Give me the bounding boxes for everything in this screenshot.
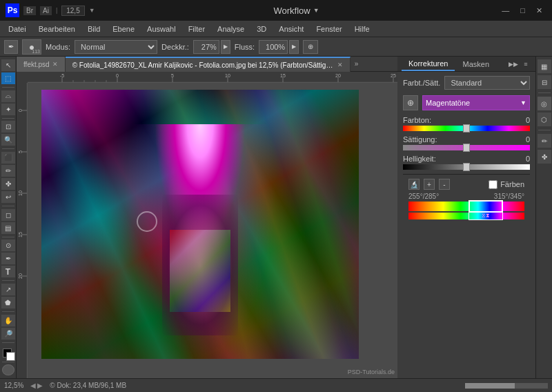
hsl-panel: Farbt./Sätt. Standard ⊕ Magentatöne ▼ — [397, 72, 535, 228]
saettigung-track-container[interactable] — [403, 145, 530, 150]
brush-tool-icon[interactable]: ✒ — [4, 40, 18, 54]
workspace-dropdown[interactable]: Workflow — [273, 6, 319, 16]
helligkeit-thumb[interactable] — [463, 163, 470, 171]
opacity-input-group: ▶ — [193, 40, 230, 54]
prev-arrow[interactable]: ◀ — [30, 382, 36, 389]
toolbar-separator-1 — [2, 87, 14, 88]
crop-tool[interactable]: ⊡ — [1, 121, 15, 133]
farbton-track-container[interactable] — [403, 126, 530, 131]
menu-bearbeiten[interactable]: Bearbeiten — [33, 23, 81, 35]
toolbar-separator-2 — [2, 118, 14, 119]
lasso-tool[interactable]: ⌓ — [1, 90, 15, 102]
progress-bar — [465, 383, 548, 389]
preset-select[interactable]: Standard — [444, 76, 530, 90]
channel-icon[interactable]: ⊕ — [403, 95, 418, 110]
spectrum-bar-2[interactable]: ⧖⧗ — [408, 213, 524, 219]
move-tool[interactable]: ↖ — [1, 59, 15, 71]
saettigung-slider-row: Sättigung: 0 — [403, 135, 530, 150]
menu-datei[interactable]: Datei — [3, 23, 32, 35]
mini-bridge-icon[interactable]: Ai — [40, 6, 52, 15]
statusbar: 12,5% ◀ ▶ © Dok: 23,4 MB/96,1 MB — [0, 378, 552, 392]
quick-mask-btn[interactable] — [2, 364, 14, 375]
eyedropper-row: 🔬 + - Färben — [408, 179, 524, 190]
tab-main[interactable]: © Fotolia_14982670_XL Amir Kaljikovic - … — [66, 57, 351, 72]
menu-fenster[interactable]: Fenster — [310, 23, 347, 35]
bridge-icon[interactable]: Br — [23, 6, 36, 15]
panel-menu-icon[interactable]: ≡ — [520, 59, 531, 70]
adjustments-icon[interactable]: ◎ — [538, 97, 551, 110]
eyedropper3-btn[interactable]: - — [439, 179, 450, 190]
magenta-dropdown[interactable]: Magentatöne ▼ — [422, 95, 530, 110]
faerben-label: Färben — [500, 180, 524, 188]
color-swatches[interactable] — [1, 347, 15, 359]
svg-text:-5: -5 — [60, 73, 64, 78]
path-tool[interactable]: ↗ — [1, 284, 15, 295]
menu-bild[interactable]: Bild — [82, 23, 106, 35]
tab-close-ffekt[interactable]: ✕ — [52, 61, 58, 68]
masks-icon[interactable]: ⬡ — [538, 112, 551, 126]
patch-tool[interactable]: ⬛ — [1, 152, 15, 164]
gradient-tool[interactable]: ▤ — [1, 222, 15, 234]
maximize-button[interactable]: □ — [516, 5, 529, 16]
eyedropper2-btn[interactable]: + — [424, 179, 435, 190]
dodge-tool[interactable]: ⊙ — [1, 239, 15, 251]
clone-source-icon[interactable]: ✤ — [538, 150, 551, 164]
tab-korrekturen[interactable]: Korrekturen — [402, 57, 455, 71]
minimize-button[interactable]: — — [497, 5, 513, 16]
menu-analyse[interactable]: Analyse — [212, 23, 250, 35]
helligkeit-track-container[interactable] — [403, 164, 530, 170]
tab-ffekt[interactable]: ffekt.psd ✕ — [17, 57, 66, 72]
menu-auswahl[interactable]: Auswahl — [141, 23, 181, 35]
spectrum-selection[interactable]: ⧖⧗ — [469, 212, 503, 220]
menu-filter[interactable]: Filter — [183, 23, 210, 35]
spectrum-selector[interactable] — [469, 200, 503, 213]
mode-label: Modus: — [46, 43, 70, 51]
saettigung-thumb[interactable] — [463, 144, 470, 152]
helligkeit-label: Helligkeit: — [403, 155, 436, 163]
eyedropper-tool[interactable]: 🔍 — [1, 134, 15, 146]
farbton-thumb[interactable] — [463, 124, 470, 133]
eyedropper1-btn[interactable]: 🔬 — [408, 179, 420, 190]
opacity-up-btn[interactable]: ▶ — [221, 40, 230, 54]
marquee-tool[interactable]: ⬚ — [1, 72, 15, 84]
clone-tool[interactable]: ✤ — [1, 178, 15, 190]
next-arrow[interactable]: ▶ — [37, 382, 43, 389]
flow-up-btn[interactable]: ▶ — [289, 40, 299, 54]
tab-overflow-btn[interactable]: » — [351, 57, 363, 71]
tab-masken[interactable]: Masken — [455, 57, 496, 71]
wand-tool[interactable]: ✦ — [1, 104, 15, 115]
layers-icon[interactable]: ▦ — [538, 59, 551, 73]
photoshop-icon: Ps — [6, 3, 19, 17]
brush-tool[interactable]: ✏ — [1, 165, 15, 177]
hand-tool[interactable]: ✋ — [1, 315, 15, 326]
flow-input[interactable] — [259, 40, 288, 54]
right-side: Korrekturen Masken ▶▶ ≡ Farbt./Sätt. Sta… — [397, 57, 552, 378]
eraser-tool[interactable]: ◻ — [1, 209, 15, 221]
spectrum-bar[interactable] — [408, 202, 524, 211]
faerben-row: Färben — [489, 180, 524, 189]
svg-text:5: 5 — [171, 73, 174, 78]
mode-select[interactable]: Normal — [75, 40, 157, 54]
channels-icon[interactable]: ⊟ — [538, 75, 551, 89]
panel-expand-icon[interactable]: ▶▶ — [508, 59, 519, 70]
menu-ebene[interactable]: Ebene — [107, 23, 140, 35]
faerben-checkbox[interactable] — [489, 180, 497, 189]
close-button[interactable]: ✕ — [532, 5, 546, 17]
brush-preset-icon[interactable]: ✏ — [538, 134, 551, 148]
tab-close-main[interactable]: ✕ — [337, 61, 343, 68]
brush-preview[interactable]: ● 113 — [22, 39, 41, 55]
pen-tool[interactable]: ✒ — [1, 253, 15, 264]
menu-ansicht[interactable]: Ansicht — [273, 23, 309, 35]
shape-tool[interactable]: ⬟ — [1, 297, 15, 308]
opacity-input[interactable] — [193, 40, 219, 54]
flow-label: Fluss: — [235, 43, 255, 51]
zoom-tool[interactable]: 🔎 — [1, 328, 15, 340]
zoom-dropdown-icon[interactable]: ▼ — [89, 7, 95, 14]
text-tool[interactable]: T — [1, 266, 15, 277]
menu-hilfe[interactable]: Hilfe — [349, 23, 375, 35]
progress-fill — [465, 383, 515, 389]
history-brush[interactable]: ↩ — [1, 191, 15, 203]
airbrush-btn[interactable]: ⊕ — [303, 40, 318, 54]
doc-info: © Dok: 23,4 MB/96,1 MB — [50, 382, 126, 389]
menu-3d[interactable]: 3D — [251, 23, 272, 35]
